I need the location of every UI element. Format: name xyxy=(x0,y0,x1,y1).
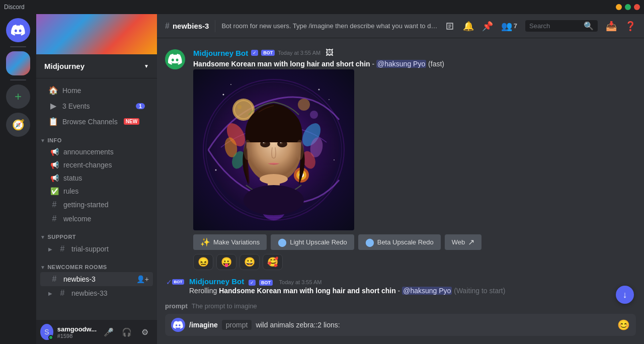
web-button[interactable]: Web ↗ xyxy=(445,234,482,250)
reaction-tongue[interactable]: 😛 xyxy=(216,254,236,270)
notification-settings-icon[interactable]: 🔔 xyxy=(463,21,474,32)
message-1-author[interactable]: Midjourney Bot xyxy=(193,49,248,57)
category-support-label: SUPPORT xyxy=(47,234,76,240)
reroll-bold: Handsome Korean man with long hair and s… xyxy=(219,287,396,295)
web-label: Web xyxy=(452,238,465,246)
action-buttons-group: ✨ Make Variations ⬤ Light Upscale Redo ⬤… xyxy=(193,234,636,250)
reaction-grin[interactable]: 😀 xyxy=(239,254,260,270)
maximize-button[interactable] xyxy=(625,4,631,10)
beta-upscale-label: Beta Upscale Redo xyxy=(377,238,434,246)
category-info-label: INFO xyxy=(47,137,61,143)
discord-app-label: Discord xyxy=(4,4,25,11)
discord-home-server[interactable] xyxy=(6,18,30,42)
svg-point-7 xyxy=(298,99,310,111)
emoji-picker-button[interactable]: 😊 xyxy=(617,319,630,331)
help-icon[interactable]: ❓ xyxy=(625,21,636,32)
channel-search-bar[interactable]: 🔍 xyxy=(525,20,598,32)
channel-name-announcements: announcements xyxy=(63,148,114,156)
reactions-group: 😖 😛 😀 🥰 xyxy=(193,254,636,270)
light-upscale-redo-button[interactable]: ⬤ Light Upscale Redo xyxy=(271,234,354,250)
mute-microphone-button[interactable]: 🎤 xyxy=(101,324,117,340)
hearts-emoji: 🥰 xyxy=(267,256,278,268)
channel-name-rules: rules xyxy=(63,187,78,195)
browse-icon: 📋 xyxy=(48,117,58,126)
member-list-icon[interactable]: 👥7 xyxy=(501,21,517,32)
channel-getting-started[interactable]: # getting-started xyxy=(40,198,153,212)
user-tag: #1598 xyxy=(57,333,97,339)
user-panel: S samgoodw... #1598 🎤 🎧 ⚙ xyxy=(36,320,157,344)
msg2-text: Rerolling Handsome Korean man with long … xyxy=(189,286,636,296)
channel-announcements[interactable]: 📢 announcements xyxy=(40,145,153,158)
app-container: + 🧭 Midjourney ▼ 🏠 Home ▶ 3 Events 1 xyxy=(0,14,644,344)
online-status-indicator xyxy=(48,335,53,340)
sidebar-item-home[interactable]: 🏠 Home xyxy=(40,82,153,98)
scroll-to-bottom-button[interactable]: ↓ xyxy=(616,286,634,304)
msg1-mention[interactable]: @haksung Pyo xyxy=(376,60,426,68)
reaction-tired[interactable]: 😖 xyxy=(193,254,213,270)
category-newcomer-rooms[interactable]: ▼ NEWCOMER ROOMS xyxy=(36,256,157,272)
beta-upscale-redo-button[interactable]: ⬤ Beta Upscale Redo xyxy=(358,234,441,250)
user-avatar[interactable]: S xyxy=(40,324,53,340)
svg-point-9 xyxy=(223,94,224,95)
chevron-down-scroll-icon: ↓ xyxy=(623,290,627,300)
threads-icon[interactable] xyxy=(445,21,455,31)
channel-newbies-3[interactable]: # newbies-3 👤+ xyxy=(40,272,153,286)
hash-icon: # xyxy=(48,200,60,209)
channel-welcome[interactable]: # welcome xyxy=(40,212,153,226)
explore-icon: 🧭 xyxy=(12,119,25,131)
svg-point-14 xyxy=(334,159,335,160)
midjourney-bot-avatar xyxy=(165,49,185,69)
home-icon: 🏠 xyxy=(48,85,58,95)
explore-public-servers-button[interactable]: 🧭 xyxy=(6,113,30,137)
svg-point-6 xyxy=(237,105,242,109)
pinned-messages-icon[interactable]: 📌 xyxy=(482,21,493,32)
add-server-button[interactable]: + xyxy=(6,84,30,109)
imagine-input-field[interactable] xyxy=(256,321,613,329)
midjourney-server-icon[interactable] xyxy=(6,51,30,75)
make-variations-button[interactable]: ✨ Make Variations xyxy=(193,234,267,250)
close-button[interactable] xyxy=(634,4,640,10)
sidebar-item-events[interactable]: ▶ 3 Events 1 xyxy=(40,98,153,114)
newcomer-collapse-icon: ▼ xyxy=(40,265,45,270)
channel-search-input[interactable] xyxy=(529,22,580,30)
channel-name-welcome: welcome xyxy=(63,215,91,223)
msg1-bold: Handsome Korean man with long hair and s… xyxy=(193,60,370,68)
sidebar-item-browse-channels[interactable]: 📋 Browse Channels NEW xyxy=(40,114,153,129)
msg2-author[interactable]: Midjourney Bot xyxy=(189,277,244,286)
message-1-text: Handsome Korean man with long hair and s… xyxy=(193,59,636,69)
input-avatar xyxy=(171,318,185,332)
image-attachment-icon[interactable]: 🖼 xyxy=(326,48,334,57)
bot-badge-inline: BOT xyxy=(172,279,185,285)
msg2-verified: ✓ xyxy=(249,280,256,286)
inline-message-content: Midjourney Bot ✓ BOT Today at 3:55 AM Re… xyxy=(189,277,636,296)
channel-status[interactable]: 📢 status xyxy=(40,171,153,185)
chat-area: Midjourney Bot ✓ BOT Today at 3:55 AM 🖼 … xyxy=(157,38,644,298)
reaction-hearts[interactable]: 🥰 xyxy=(263,254,283,270)
channel-newbies-33[interactable]: ▶ # newbies-33 xyxy=(40,286,153,300)
message-1-header: Midjourney Bot ✓ BOT Today at 3:55 AM 🖼 xyxy=(193,48,636,57)
channel-recent-changes[interactable]: 📢 recent-changes xyxy=(40,158,153,171)
hash-icon-3: # xyxy=(56,244,68,253)
server-header[interactable]: Midjourney ▼ xyxy=(36,54,157,78)
channel-rules[interactable]: ✅ rules xyxy=(40,185,153,198)
inbox-icon[interactable]: 📥 xyxy=(606,21,617,32)
message-group-1: Midjourney Bot ✓ BOT Today at 3:55 AM 🖼 … xyxy=(165,46,636,272)
ai-generated-image xyxy=(193,69,354,230)
titlebar-controls[interactable] xyxy=(616,4,640,10)
reroll-dash: - xyxy=(396,287,402,295)
minimize-button[interactable] xyxy=(616,4,622,10)
deafen-button[interactable]: 🎧 xyxy=(119,324,135,340)
add-member-icon[interactable]: 👤+ xyxy=(136,275,149,283)
user-info: samgoodw... #1598 xyxy=(57,325,97,339)
category-info[interactable]: ▼ INFO xyxy=(36,129,157,145)
prompt-hint-label: prompt xyxy=(165,302,188,310)
channel-header-name: # newbies-3 xyxy=(165,22,209,31)
channel-header: # newbies-3 Bot room for new users. Type… xyxy=(157,14,644,38)
channel-name-status: status xyxy=(63,174,82,182)
reroll-mention[interactable]: @haksung Pyo xyxy=(402,287,452,295)
svg-point-38 xyxy=(296,140,304,160)
megaphone-icon-2: 📢 xyxy=(48,161,60,169)
category-support[interactable]: ▼ SUPPORT xyxy=(36,226,157,242)
user-settings-button[interactable]: ⚙ xyxy=(137,324,153,340)
channel-trial-support[interactable]: ▶ # trial-support xyxy=(40,242,153,256)
